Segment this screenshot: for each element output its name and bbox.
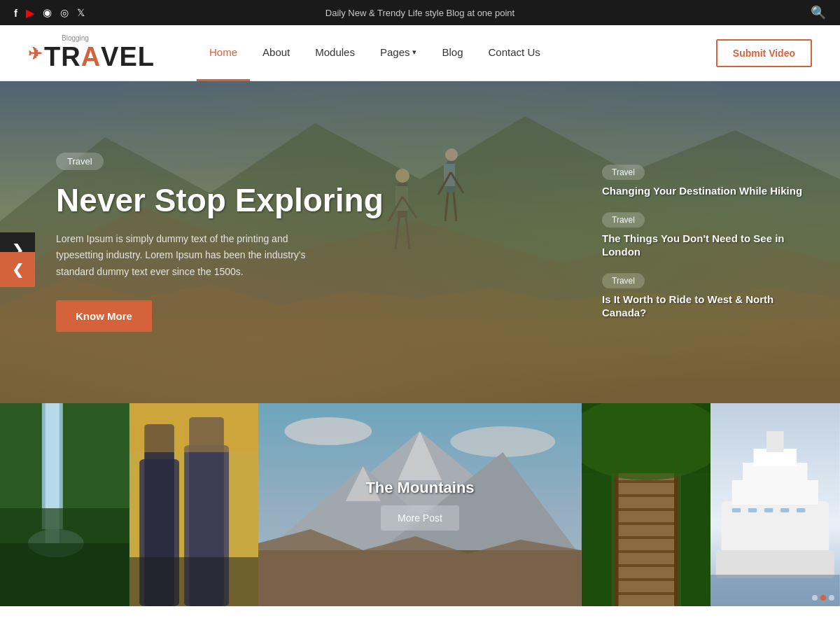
- hero-title: Never Stop Exploring: [56, 183, 384, 218]
- svg-rect-61: [716, 550, 834, 578]
- gallery-city[interactable]: [130, 403, 259, 606]
- submit-video-button[interactable]: Submit Video: [716, 39, 812, 67]
- dot-2: [820, 595, 826, 601]
- svg-rect-65: [766, 431, 784, 452]
- mountain-label: The Mountains: [365, 479, 474, 497]
- svg-rect-52: [616, 564, 676, 567]
- svg-rect-56: [674, 459, 678, 606]
- nav-blog[interactable]: Blog: [429, 25, 475, 81]
- hero-description: Lorem Ipsum is simply dummy text of the …: [56, 231, 336, 281]
- gallery-cruise[interactable]: [710, 403, 840, 606]
- side-article-2-tag: Travel: [602, 212, 645, 227]
- side-article-2[interactable]: Travel The Things You Don't Need to See …: [602, 212, 812, 259]
- svg-rect-55: [615, 459, 619, 606]
- top-bar-marquee: Daily New & Trendy Life style Blog at on…: [326, 8, 514, 18]
- svg-point-58: [582, 403, 711, 480]
- youtube-icon[interactable]: ▶: [26, 6, 34, 20]
- logo-blogging: Blogging: [62, 34, 89, 42]
- nav-modules[interactable]: Modules: [302, 25, 368, 81]
- mountain-overlay: The Mountains More Post: [258, 403, 582, 606]
- search-icon[interactable]: 🔍: [811, 5, 826, 20]
- svg-rect-31: [130, 557, 259, 606]
- svg-point-12: [445, 148, 458, 161]
- pages-dropdown-arrow: ▾: [412, 48, 416, 57]
- nav-home[interactable]: Home: [197, 25, 250, 81]
- dot-1: [812, 595, 818, 601]
- svg-rect-46: [616, 480, 676, 483]
- svg-rect-50: [616, 536, 676, 539]
- main-nav: Home About Modules Pages ▾ Blog Contact …: [197, 25, 716, 81]
- svg-rect-24: [0, 543, 130, 606]
- svg-rect-53: [616, 578, 676, 581]
- side-article-3[interactable]: Travel Is It Worth to Ride to West & Nor…: [602, 273, 812, 320]
- waterfall-svg: [0, 403, 130, 606]
- svg-rect-51: [616, 550, 676, 553]
- svg-rect-69: [780, 508, 789, 512]
- hero-tag: Travel: [56, 153, 104, 170]
- svg-rect-71: [710, 575, 840, 606]
- dot-3: [829, 595, 834, 601]
- hero-prev-arrow[interactable]: ❮: [0, 252, 35, 287]
- svg-rect-45: [616, 473, 676, 606]
- side-article-1[interactable]: Travel Changing Your Destination While H…: [602, 164, 812, 198]
- svg-rect-49: [616, 522, 676, 525]
- svg-rect-48: [616, 508, 676, 511]
- nav-about[interactable]: About: [250, 25, 302, 81]
- logo: Blogging ✈ TRAVEL: [28, 34, 155, 72]
- snapchat-icon[interactable]: ◎: [60, 7, 69, 18]
- svg-rect-62: [732, 480, 818, 505]
- know-more-button[interactable]: Know More: [56, 300, 152, 332]
- hero-side-articles: Travel Changing Your Destination While H…: [602, 164, 812, 320]
- hero-content: Travel Never Stop Exploring Lorem Ipsum …: [0, 153, 440, 332]
- gallery-mountains[interactable]: The Mountains More Post: [258, 403, 582, 606]
- nav-pages[interactable]: Pages ▾: [368, 25, 430, 81]
- header: Blogging ✈ TRAVEL Home About Modules Pag…: [0, 25, 840, 81]
- twitter-icon[interactable]: 𝕏: [77, 7, 85, 18]
- side-article-1-title: Changing Your Destination While Hiking: [602, 184, 812, 198]
- side-article-3-title: Is It Worth to Ride to West & North Cana…: [602, 293, 812, 320]
- city-svg: [130, 403, 259, 606]
- cruise-svg: [710, 403, 840, 606]
- svg-rect-70: [797, 508, 805, 512]
- gallery-waterfall[interactable]: [0, 403, 130, 606]
- hero-section: ❯ ❮ Travel Never Stop Exploring Lorem Ip…: [0, 81, 840, 403]
- top-bar: f ▶ ◉ ◎ 𝕏 Daily New & Trendy Life style …: [0, 0, 840, 25]
- side-article-1-tag: Travel: [602, 164, 645, 180]
- side-article-2-title: The Things You Don't Need to See in Lond…: [602, 232, 812, 259]
- facebook-icon[interactable]: f: [14, 7, 18, 19]
- more-post-button[interactable]: More Post: [381, 505, 459, 531]
- instagram-icon[interactable]: ◉: [43, 6, 52, 19]
- svg-rect-67: [748, 508, 757, 512]
- gallery-section: The Mountains More Post: [0, 403, 840, 606]
- gallery-dots: [812, 595, 834, 601]
- social-links: f ▶ ◉ ◎ 𝕏: [14, 6, 85, 20]
- forest-svg: [582, 403, 711, 606]
- svg-rect-66: [732, 508, 741, 512]
- gallery-forest[interactable]: [582, 403, 711, 606]
- nav-contact[interactable]: Contact Us: [476, 25, 553, 81]
- svg-rect-68: [764, 508, 773, 512]
- svg-rect-54: [616, 592, 676, 595]
- logo-travel[interactable]: ✈ TRAVEL: [28, 42, 155, 72]
- svg-rect-30: [130, 403, 259, 452]
- svg-rect-47: [616, 494, 676, 497]
- side-article-3-tag: Travel: [602, 273, 645, 288]
